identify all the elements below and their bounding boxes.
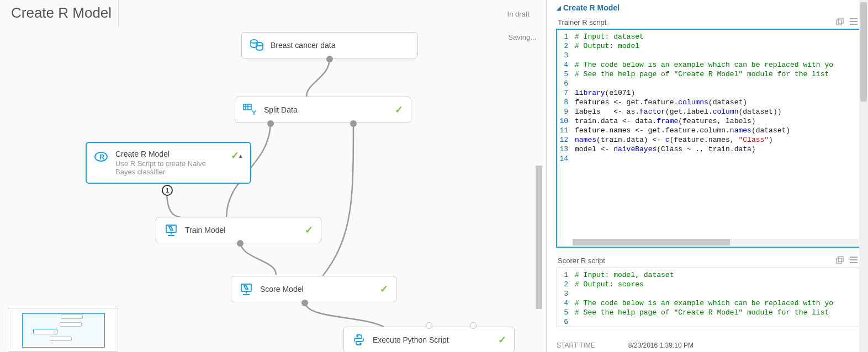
start-time-value: 8/23/2016 1:39:10 PM [628,342,694,349]
menu-icon[interactable] [849,18,858,27]
minimap-node [61,314,83,319]
node-label: Breast cancer data [271,41,410,50]
check-icon: ✓ [305,224,313,236]
panel-scrollbar[interactable] [859,0,868,352]
line-gutter: 123456 [557,268,570,327]
node-score-model[interactable]: Score Model ✓ [231,276,396,302]
scrollbar-thumb[interactable] [860,2,867,102]
node-subtitle: Use R Script to create Naive Bayes class… [115,159,224,176]
minimap-node [33,329,57,334]
svg-rect-10 [838,18,843,23]
panel-header[interactable]: ◢ Create R Model [557,2,861,18]
node-label: Create R Model [115,150,224,158]
line-gutter: 1234567891011121314 [557,30,570,163]
score-icon [239,282,253,296]
check-icon: ✓ [498,334,506,346]
start-time-label: START TIME [557,342,595,349]
scrollbar-thumb[interactable] [573,239,730,246]
svg-rect-9 [837,20,841,25]
input-port[interactable] [470,322,477,329]
node-execute-python-script[interactable]: Execute Python Script ✓ [343,327,515,352]
experiment-title: Create R Model [11,4,112,22]
scorer-code-editor[interactable]: 123456 # Input: model, dataset# Output: … [557,268,861,327]
input-port[interactable] [426,322,432,329]
minimap-node [50,337,72,341]
split-icon [243,103,257,117]
node-label: Train Model [185,226,298,234]
code-body[interactable]: # Input: dataset# Output: model # The co… [573,30,861,163]
check-icon: ✓ [395,104,403,116]
popout-icon[interactable] [836,256,844,265]
experiment-canvas[interactable]: Create R Model In draft Saving... Breast… [0,0,547,352]
code-body[interactable]: # Input: model, dataset# Output: scores … [573,268,861,327]
scorer-script-label: Scorer R script [558,257,605,265]
output-port[interactable] [237,240,244,247]
divider [118,0,119,28]
dataset-icon [250,38,264,52]
node-create-r-model[interactable]: R Create R Model Use R Script to create … [86,142,251,184]
svg-text:R: R [99,153,105,161]
trainer-script-section: Trainer R script 1234567891011121314 # I… [557,18,861,247]
trainer-script-label: Trainer R script [558,18,606,26]
output-port[interactable] [301,300,308,306]
output-port[interactable] [326,56,333,62]
menu-icon[interactable] [849,256,858,265]
svg-rect-12 [838,257,843,262]
collapse-icon[interactable]: ◢ [557,5,561,11]
minimap[interactable] [8,308,118,352]
svg-point-8 [360,343,361,344]
r-icon: R [94,150,109,164]
node-breast-cancer-data[interactable]: Breast cancer data [241,32,418,58]
node-train-model[interactable]: Train Model ✓ [156,217,321,243]
node-label: Execute Python Script [373,335,491,344]
check-icon: ✓ [380,283,388,295]
panel-title: Create R Model [563,3,620,12]
draft-status: In draft [507,10,530,18]
svg-point-7 [357,335,358,337]
output-port[interactable] [350,120,357,127]
saving-status: Saving... [508,33,536,41]
node-label: Split Data [264,105,388,114]
check-icon: ✓ [231,150,239,162]
canvas-scrollbar[interactable] [536,166,542,309]
scorer-script-section: Scorer R script 123456 # Input: model, d… [557,256,861,327]
output-port-badge[interactable]: 1 [162,185,173,196]
properties-panel: ◢ Create R Model Trainer R script 123456… [547,0,868,352]
chevron-up-icon[interactable]: ▴ [239,152,242,159]
svg-rect-11 [837,258,841,263]
output-port[interactable] [267,120,274,127]
train-icon [164,223,178,237]
horizontal-scrollbar[interactable] [573,239,859,246]
python-icon [352,333,366,347]
svg-rect-2 [244,104,251,110]
svg-point-0 [251,40,257,43]
popout-icon[interactable] [836,18,844,27]
minimap-node [60,322,82,327]
meta-row: START TIME 8/23/2016 1:39:10 PM [557,336,861,349]
node-split-data[interactable]: Split Data ✓ [235,97,411,123]
node-label: Score Model [260,285,373,294]
trainer-code-editor[interactable]: 1234567891011121314 # Input: dataset# Ou… [557,29,861,247]
